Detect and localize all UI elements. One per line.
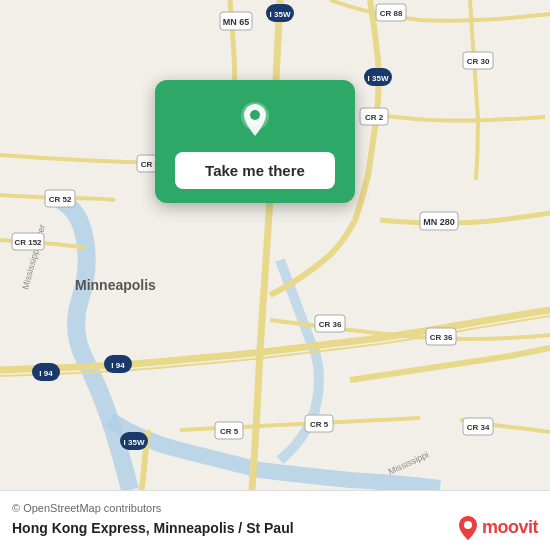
svg-text:Minneapolis: Minneapolis	[75, 277, 156, 293]
svg-text:CR 5: CR 5	[220, 427, 239, 436]
svg-text:I 94: I 94	[111, 361, 125, 370]
svg-text:I 35W: I 35W	[270, 10, 291, 19]
map-container: Mississippi River MN 65 CR 88 I 35W I 35…	[0, 0, 550, 490]
svg-text:CR 30: CR 30	[467, 57, 490, 66]
svg-text:CR 2: CR 2	[365, 113, 384, 122]
bottom-row: Hong Kong Express, Minneapolis / St Paul…	[12, 516, 538, 540]
location-pin-icon	[233, 98, 277, 142]
svg-text:CR 5: CR 5	[310, 420, 329, 429]
take-me-there-button[interactable]: Take me there	[175, 152, 335, 189]
svg-text:I 35W: I 35W	[368, 74, 389, 83]
svg-text:CR 52: CR 52	[49, 195, 72, 204]
svg-point-42	[250, 110, 260, 120]
map-attribution: © OpenStreetMap contributors	[12, 502, 538, 514]
svg-text:MN 65: MN 65	[223, 17, 250, 27]
svg-text:I 35W: I 35W	[124, 438, 145, 447]
svg-text:CR 152: CR 152	[14, 238, 42, 247]
bottom-bar: © OpenStreetMap contributors Hong Kong E…	[0, 490, 550, 550]
moovit-brand-text: moovit	[482, 517, 538, 538]
svg-text:I 94: I 94	[39, 369, 53, 378]
moovit-logo: moovit	[458, 516, 538, 540]
map-svg: Mississippi River MN 65 CR 88 I 35W I 35…	[0, 0, 550, 490]
svg-text:CR 88: CR 88	[380, 9, 403, 18]
svg-text:CR 34: CR 34	[467, 423, 490, 432]
place-label: Hong Kong Express, Minneapolis / St Paul	[12, 520, 294, 536]
svg-point-43	[464, 521, 472, 529]
svg-text:CR 36: CR 36	[430, 333, 453, 342]
popup-card: Take me there	[155, 80, 355, 203]
svg-text:CR 36: CR 36	[319, 320, 342, 329]
moovit-pin-icon	[458, 516, 478, 540]
svg-text:MN 280: MN 280	[423, 217, 455, 227]
